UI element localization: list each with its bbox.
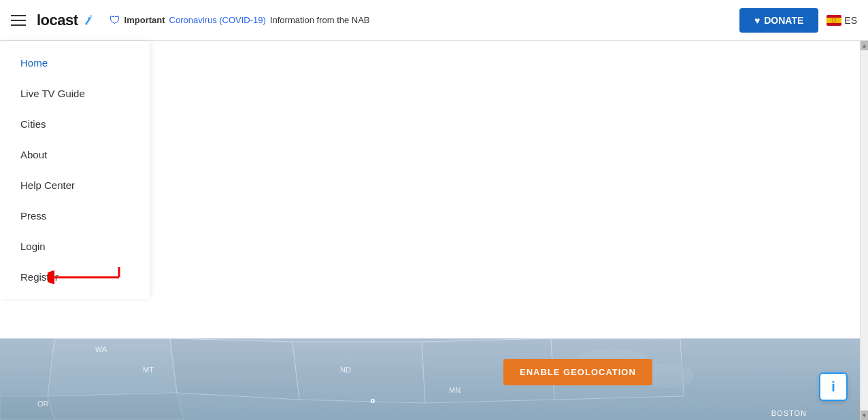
logo[interactable]: locast (37, 12, 93, 29)
shield-icon: 🛡 (110, 14, 120, 27)
enable-geolocation-button[interactable]: ENABLE GEOLOCATION (503, 359, 652, 385)
lang-code: ES (844, 15, 857, 26)
map-label-nd: ND (340, 366, 351, 374)
donate-button[interactable]: ♥ DONATE (739, 8, 818, 33)
heart-icon: ♥ (754, 15, 760, 26)
scrollbar-down-button[interactable]: ▼ (861, 410, 868, 420)
info-button[interactable]: i (819, 372, 848, 401)
sidebar-item-press[interactable]: Press (0, 200, 150, 231)
sidebar-item-help-center[interactable]: Help Center (0, 170, 150, 200)
header-right: ♥ DONATE ES (739, 8, 857, 33)
map-label-or: OR (37, 400, 49, 408)
sidebar-item-register[interactable]: Register (0, 262, 150, 292)
info-icon: i (831, 379, 835, 395)
sidebar-item-cities[interactable]: Cities (0, 109, 150, 139)
sidebar-live-tv-guide-label: Live TV Guide (20, 88, 85, 99)
header: locast 🛡 Important Coronavirus (COVID-19… (0, 0, 868, 41)
alert-covid-link[interactable]: Coronavirus (COVID-19) (169, 15, 266, 25)
map-label-wa: WA (95, 345, 107, 353)
donate-label: DONATE (764, 15, 803, 26)
sidebar-item-login[interactable]: Login (0, 231, 150, 262)
logo-text: locast (37, 12, 78, 29)
map-background-svg (0, 338, 868, 420)
boston-label: BOSTON (771, 409, 807, 417)
logo-signal-icon (80, 14, 93, 27)
language-selector[interactable]: ES (827, 15, 857, 26)
sidebar-about-label: About (20, 149, 47, 160)
svg-marker-10 (293, 342, 425, 403)
map-label-mn: MN (449, 386, 461, 394)
svg-point-0 (85, 22, 87, 24)
sidebar-item-home[interactable]: Home (0, 48, 150, 78)
alert-important-label: Important (124, 15, 165, 25)
sidebar-home-label: Home (20, 57, 48, 69)
map-label-mt: MT (143, 366, 154, 374)
scrollbar-track[interactable]: ▲ ▼ (860, 41, 868, 420)
sidebar-register-label: Register (20, 271, 59, 283)
sidebar-help-center-label: Help Center (20, 179, 75, 191)
sidebar-menu: Home Live TV Guide Cities About Help Cen… (0, 41, 150, 299)
alert-bar: 🛡 Important Coronavirus (COVID-19) Infor… (110, 14, 739, 27)
hamburger-menu-button[interactable] (11, 15, 26, 26)
sidebar-login-label: Login (20, 241, 46, 252)
svg-marker-14 (48, 393, 184, 420)
svg-marker-9 (170, 338, 299, 400)
scrollbar-up-button[interactable]: ▲ (861, 41, 868, 50)
sidebar-item-about[interactable]: About (0, 139, 150, 170)
flag-icon (827, 15, 841, 26)
map-city-dot (371, 399, 375, 403)
sidebar-press-label: Press (20, 210, 46, 222)
sidebar-cities-label: Cities (20, 118, 46, 130)
svg-marker-8 (48, 338, 177, 396)
sidebar-item-live-tv-guide[interactable]: Live TV Guide (0, 78, 150, 109)
alert-info-text: Information from the NAB (270, 15, 370, 25)
map-area: WA MT ND MN OR ENABLE GEOLOCATION (0, 338, 868, 420)
